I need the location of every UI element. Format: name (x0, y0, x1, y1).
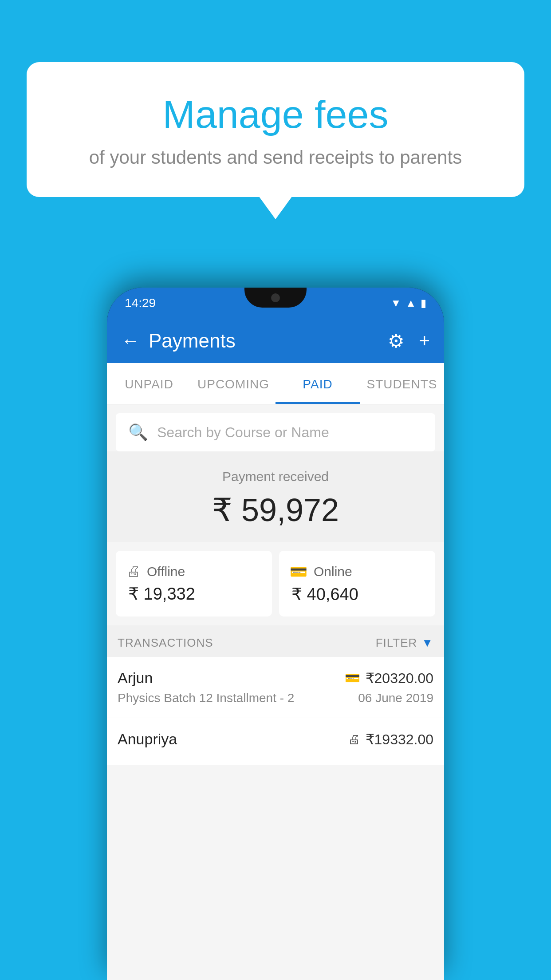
offline-icon: 🖨 (126, 563, 141, 580)
status-bar: 14:29 ▼ ▲ ▮ (107, 288, 444, 319)
tabs: UNPAID UPCOMING PAID STUDENTS (107, 363, 444, 404)
status-icons: ▼ ▲ ▮ (390, 297, 426, 309)
transaction-name-anupriya: Anupriya (118, 731, 177, 748)
transaction-amount-anupriya: 🖨 ₹19332.00 (348, 731, 433, 748)
status-time: 14:29 (125, 296, 156, 310)
online-label: Online (314, 564, 352, 579)
transaction-item-arjun: Arjun 💳 ₹20320.00 Physics Batch 12 Insta… (107, 657, 444, 718)
speech-bubble-subtitle: of your students and send receipts to pa… (53, 147, 498, 168)
transactions-header: TRANSACTIONS FILTER ▼ (107, 625, 444, 657)
gear-icon[interactable]: ⚙ (388, 330, 405, 352)
speech-bubble-title: Manage fees (53, 93, 498, 136)
transaction-desc-arjun: Physics Batch 12 Installment - 2 (118, 691, 294, 705)
app-header: ← Payments ⚙ + (107, 319, 444, 363)
filter-button[interactable]: FILTER ▼ (376, 636, 433, 650)
phone-notch (244, 288, 307, 308)
wifi-icon: ▼ (390, 297, 401, 309)
payment-total-amount: ₹ 59,972 (116, 491, 435, 529)
tab-students[interactable]: STUDENTS (360, 363, 444, 404)
online-payment-card: 💳 Online ₹ 40,640 (279, 551, 435, 616)
header-icons: ⚙ + (388, 330, 430, 352)
payment-summary: Payment received ₹ 59,972 (107, 451, 444, 542)
phone-frame: 14:29 ▼ ▲ ▮ ← Payments ⚙ + UNPAID UPCOMI… (107, 288, 444, 980)
payment-received-label: Payment received (116, 469, 435, 484)
transactions-label: TRANSACTIONS (118, 636, 213, 650)
card-payment-icon: 💳 (345, 671, 360, 685)
tab-paid[interactable]: PAID (276, 363, 360, 404)
search-bar[interactable]: 🔍 Search by Course or Name (116, 413, 435, 451)
offline-amount: ₹ 19,332 (126, 584, 261, 604)
plus-icon[interactable]: + (419, 330, 430, 352)
page-title: Payments (149, 330, 379, 352)
online-icon: 💳 (290, 563, 307, 580)
filter-icon: ▼ (421, 636, 433, 650)
speech-bubble-container: Manage fees of your students and send re… (27, 62, 524, 197)
content-area: 🔍 Search by Course or Name Payment recei… (107, 404, 444, 980)
transaction-item-anupriya: Anupriya 🖨 ₹19332.00 (107, 718, 444, 765)
cash-payment-icon: 🖨 (348, 732, 360, 747)
tab-unpaid[interactable]: UNPAID (107, 363, 191, 404)
tab-upcoming[interactable]: UPCOMING (191, 363, 276, 404)
transaction-amount-arjun: 💳 ₹20320.00 (345, 670, 433, 687)
payment-cards-row: 🖨 Offline ₹ 19,332 💳 Online ₹ 40,640 (107, 542, 444, 625)
offline-payment-card: 🖨 Offline ₹ 19,332 (116, 551, 272, 616)
camera-dot (271, 293, 280, 302)
transaction-date-arjun: 06 June 2019 (358, 691, 433, 705)
signal-icon: ▲ (405, 297, 416, 309)
search-placeholder-text: Search by Course or Name (157, 424, 329, 441)
back-button[interactable]: ← (121, 330, 140, 352)
speech-bubble: Manage fees of your students and send re… (27, 62, 524, 197)
battery-icon: ▮ (421, 297, 426, 309)
online-card-header: 💳 Online (290, 563, 425, 580)
offline-card-header: 🖨 Offline (126, 563, 261, 580)
search-icon: 🔍 (128, 423, 148, 442)
transaction-name-arjun: Arjun (118, 669, 153, 687)
online-amount: ₹ 40,640 (290, 585, 425, 604)
offline-label: Offline (147, 564, 185, 579)
